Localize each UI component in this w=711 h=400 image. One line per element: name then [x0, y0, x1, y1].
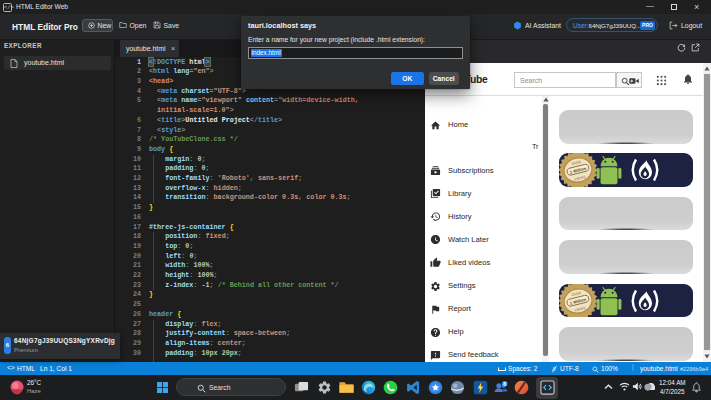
svg-text:8: 8 [503, 381, 506, 387]
